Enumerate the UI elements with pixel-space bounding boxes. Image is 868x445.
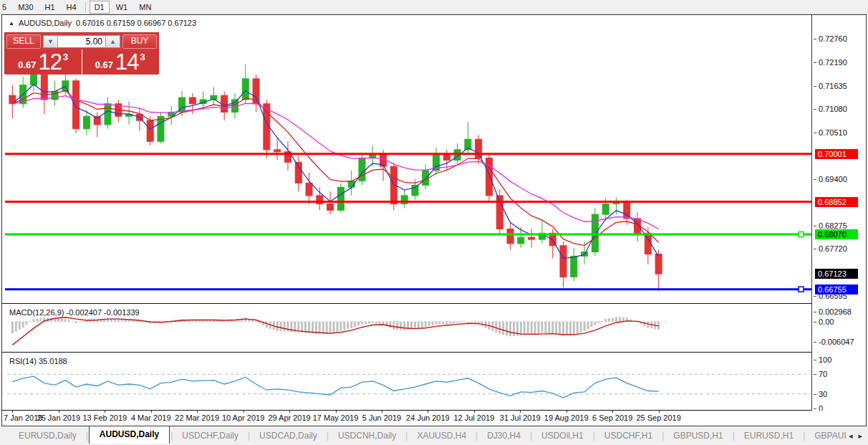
buy-price-prefix: 0.67 — [95, 59, 113, 70]
axis-tick-label: 70 — [819, 370, 827, 379]
volume-input[interactable] — [58, 35, 105, 48]
timeframe-button-m30[interactable]: M30 — [13, 1, 38, 14]
timeframe-button-5[interactable]: 5 — [0, 1, 11, 14]
price-level-badge: 0.66755 — [815, 284, 858, 295]
toolbar-separator — [85, 1, 86, 12]
axis-tick-label: 0.71635 — [819, 82, 847, 91]
date-tick — [289, 411, 290, 413]
tab-scroll-right-icon[interactable]: ▸ — [858, 431, 862, 441]
tab-eurusd-daily[interactable]: EURUSD,Daily — [10, 429, 85, 443]
rsi-panel[interactable]: RSI(14) 35.0188 — [2, 355, 866, 410]
date-tick — [474, 411, 475, 413]
rsi-label: RSI(14) 35.0188 — [9, 357, 67, 365]
volume-decrease-button[interactable]: ▼ — [43, 35, 58, 48]
timeframe-button-h4[interactable]: H4 — [62, 1, 82, 14]
axis-tick-label: 0.71080 — [819, 105, 847, 114]
date-tick — [151, 411, 152, 413]
sell-price-big: 12 — [39, 49, 62, 75]
date-label: 19 Aug 2019 — [544, 413, 589, 422]
tab-gbpusd-h1[interactable]: GBPUSD,H1 — [665, 429, 731, 443]
tab-usdchf-daily[interactable]: USDCHF,Daily — [173, 429, 247, 443]
one-click-trade-widget: SELL ▼ ▲ BUY 0.67 12 3 0.67 — [4, 32, 159, 74]
price-level-badge: 0.68070 — [815, 229, 858, 239]
date-tick — [105, 411, 105, 413]
sell-price-prefix: 0.67 — [18, 59, 36, 70]
axis-tick-label: 0.69400 — [819, 175, 847, 184]
axis-tick-label: 0.002968 — [819, 307, 852, 317]
macd-label: MACD(12,26,9) -0.002407 -0.001339 — [9, 308, 140, 317]
tab-dj30-h4[interactable]: DJ30,H4 — [478, 429, 529, 443]
chart-title: ▲ AUDUSD,Daily 0.67016 0.67159 0.66967 0… — [9, 19, 196, 27]
date-tick — [566, 411, 567, 413]
chart-ohlc-values: 0.67016 0.67159 0.66967 0.67123 — [76, 19, 196, 27]
date-tick — [659, 411, 660, 413]
tab-usdcnh-daily[interactable]: USDCNH,Daily — [329, 429, 405, 443]
date-tick — [243, 411, 244, 413]
buy-button[interactable]: BUY — [122, 34, 157, 49]
date-label: 6 Sep 2019 — [592, 413, 632, 422]
date-tick — [520, 411, 521, 413]
tab-scroll-left-icon[interactable]: ◂ — [849, 431, 853, 441]
tab-audusd-daily[interactable]: AUDUSD,Daily — [89, 426, 170, 444]
sell-price-panel[interactable]: 0.67 12 3 — [5, 49, 82, 75]
sell-button[interactable]: SELL — [6, 34, 41, 49]
axis-tick-label: 0.72190 — [819, 58, 847, 67]
axis-tick-label: 30 — [819, 390, 827, 399]
date-label: 25 Jan 2019 — [37, 413, 81, 422]
tab-usdcad-daily[interactable]: USDCAD,Daily — [251, 429, 326, 443]
timeframe-toolbar: 5M30H1H4D1W1MN — [0, 0, 868, 14]
collapse-arrow-icon[interactable]: ▲ — [9, 20, 14, 27]
timeframe-button-d1[interactable]: D1 — [90, 1, 110, 14]
axis-tick-label: 0.70510 — [819, 128, 847, 138]
date-label: 25 Sep 2019 — [636, 413, 680, 422]
date-label: 24 Jun 2019 — [406, 413, 450, 422]
tab-usdchf-h1[interactable]: USDCHF,H1 — [596, 429, 661, 443]
sell-price-sup: 3 — [63, 52, 68, 62]
date-tick — [12, 411, 13, 413]
date-label: 12 Jul 2019 — [453, 413, 494, 422]
tab-xauusd-h4[interactable]: XAUUSD,H4 — [408, 429, 475, 443]
date-label: 22 Mar 2019 — [175, 413, 219, 422]
chart-symbol-label: AUDUSD,Daily — [19, 19, 72, 27]
axis-tick-label: 0.67720 — [819, 244, 847, 254]
axis-tick-label: 0.72760 — [819, 34, 847, 44]
price-chart-panel[interactable]: ▲ AUDUSD,Daily 0.67016 0.67159 0.66967 0… — [2, 15, 866, 303]
axis-tick-label: -0.006047 — [819, 338, 854, 347]
timeframe-button-mn[interactable]: MN — [134, 1, 156, 14]
date-tick — [59, 411, 59, 413]
date-label: 31 Jul 2019 — [500, 413, 541, 422]
date-tick — [428, 411, 428, 413]
chart-window: ▲ AUDUSD,Daily 0.67016 0.67159 0.66967 0… — [1, 14, 867, 426]
tab-scroll-arrows: ◂▸ — [846, 426, 865, 445]
date-label: 5 Jun 2019 — [362, 413, 401, 422]
rsi-canvas[interactable] — [5, 355, 811, 410]
price-axis[interactable]: 0.727600.721900.716350.710800.705100.694… — [811, 15, 866, 411]
volume-increase-button[interactable]: ▲ — [105, 35, 120, 48]
date-tick — [382, 411, 382, 413]
buy-price-panel[interactable]: 0.67 14 3 — [82, 49, 159, 75]
tab-eurusd-h1[interactable]: EURUSD,H1 — [736, 429, 802, 443]
date-axis[interactable]: 7 Jan 201925 Jan 201913 Feb 20194 Mar 20… — [2, 411, 866, 426]
chart-tab-bar: EURUSD,Daily|AUDUSD,Daily|USDCHF,Daily|U… — [0, 426, 868, 445]
buy-price-big: 14 — [115, 49, 138, 75]
trading-app: 5M30H1H4D1W1MN ▲ AUDUSD,Daily 0.67016 0.… — [0, 0, 868, 445]
axis-tick-label: 0.00 — [819, 317, 834, 327]
date-label: 29 Apr 2019 — [268, 413, 310, 422]
tab-usdoil-h1[interactable]: USDOil,H1 — [533, 429, 592, 443]
buy-price-sup: 3 — [140, 52, 145, 62]
price-level-badge: 0.70001 — [815, 149, 858, 159]
volume-spinner: ▼ ▲ — [43, 35, 120, 48]
date-label: 17 May 2019 — [313, 413, 359, 422]
axis-tick-label: 100 — [819, 355, 831, 365]
date-label: 4 Mar 2019 — [131, 413, 171, 422]
macd-panel[interactable]: MACD(12,26,9) -0.002407 -0.001339 — [2, 306, 866, 352]
date-tick — [197, 411, 198, 413]
timeframe-button-h1[interactable]: H1 — [40, 1, 60, 14]
date-label: 13 Feb 2019 — [82, 413, 127, 422]
current-price-badge: 0.67123 — [815, 269, 858, 279]
timeframe-button-w1[interactable]: W1 — [111, 1, 133, 14]
date-label: 10 Apr 2019 — [222, 413, 264, 422]
date-tick — [336, 411, 337, 413]
price-level-badge: 0.68852 — [815, 197, 858, 207]
date-tick — [612, 411, 613, 413]
